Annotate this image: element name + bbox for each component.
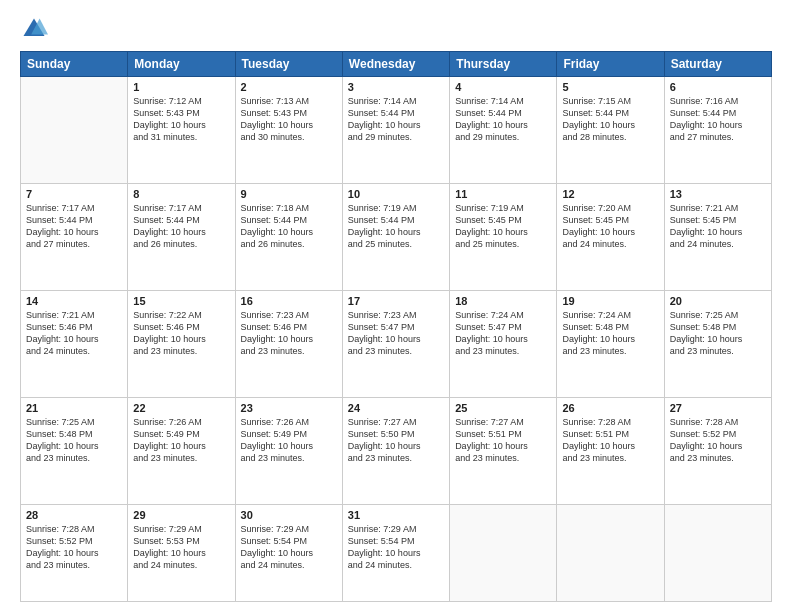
day-number: 31	[348, 509, 444, 521]
day-info: Sunrise: 7:24 AMSunset: 5:47 PMDaylight:…	[455, 309, 551, 358]
page: SundayMondayTuesdayWednesdayThursdayFrid…	[0, 0, 792, 612]
weekday-header: Thursday	[450, 52, 557, 77]
day-info: Sunrise: 7:14 AMSunset: 5:44 PMDaylight:…	[455, 95, 551, 144]
weekday-header: Friday	[557, 52, 664, 77]
calendar-cell: 31Sunrise: 7:29 AMSunset: 5:54 PMDayligh…	[342, 504, 449, 601]
calendar-cell: 8Sunrise: 7:17 AMSunset: 5:44 PMDaylight…	[128, 183, 235, 290]
calendar-cell: 5Sunrise: 7:15 AMSunset: 5:44 PMDaylight…	[557, 77, 664, 184]
calendar-cell	[664, 504, 771, 601]
day-number: 20	[670, 295, 766, 307]
day-number: 27	[670, 402, 766, 414]
calendar-cell: 14Sunrise: 7:21 AMSunset: 5:46 PMDayligh…	[21, 290, 128, 397]
day-number: 9	[241, 188, 337, 200]
weekday-header: Saturday	[664, 52, 771, 77]
day-info: Sunrise: 7:13 AMSunset: 5:43 PMDaylight:…	[241, 95, 337, 144]
day-info: Sunrise: 7:23 AMSunset: 5:46 PMDaylight:…	[241, 309, 337, 358]
day-info: Sunrise: 7:26 AMSunset: 5:49 PMDaylight:…	[133, 416, 229, 465]
calendar-cell: 26Sunrise: 7:28 AMSunset: 5:51 PMDayligh…	[557, 397, 664, 504]
calendar-cell: 1Sunrise: 7:12 AMSunset: 5:43 PMDaylight…	[128, 77, 235, 184]
day-number: 21	[26, 402, 122, 414]
day-info: Sunrise: 7:20 AMSunset: 5:45 PMDaylight:…	[562, 202, 658, 251]
calendar-cell: 10Sunrise: 7:19 AMSunset: 5:44 PMDayligh…	[342, 183, 449, 290]
day-number: 5	[562, 81, 658, 93]
day-info: Sunrise: 7:27 AMSunset: 5:51 PMDaylight:…	[455, 416, 551, 465]
day-number: 6	[670, 81, 766, 93]
day-info: Sunrise: 7:25 AMSunset: 5:48 PMDaylight:…	[670, 309, 766, 358]
logo	[20, 15, 52, 43]
day-info: Sunrise: 7:29 AMSunset: 5:54 PMDaylight:…	[241, 523, 337, 572]
day-info: Sunrise: 7:22 AMSunset: 5:46 PMDaylight:…	[133, 309, 229, 358]
day-info: Sunrise: 7:19 AMSunset: 5:44 PMDaylight:…	[348, 202, 444, 251]
day-info: Sunrise: 7:25 AMSunset: 5:48 PMDaylight:…	[26, 416, 122, 465]
calendar-cell: 6Sunrise: 7:16 AMSunset: 5:44 PMDaylight…	[664, 77, 771, 184]
day-number: 8	[133, 188, 229, 200]
calendar-cell: 23Sunrise: 7:26 AMSunset: 5:49 PMDayligh…	[235, 397, 342, 504]
weekday-header: Tuesday	[235, 52, 342, 77]
calendar-cell: 16Sunrise: 7:23 AMSunset: 5:46 PMDayligh…	[235, 290, 342, 397]
day-info: Sunrise: 7:29 AMSunset: 5:54 PMDaylight:…	[348, 523, 444, 572]
day-info: Sunrise: 7:18 AMSunset: 5:44 PMDaylight:…	[241, 202, 337, 251]
day-number: 26	[562, 402, 658, 414]
day-number: 4	[455, 81, 551, 93]
day-number: 18	[455, 295, 551, 307]
day-number: 14	[26, 295, 122, 307]
calendar-cell: 13Sunrise: 7:21 AMSunset: 5:45 PMDayligh…	[664, 183, 771, 290]
day-info: Sunrise: 7:21 AMSunset: 5:46 PMDaylight:…	[26, 309, 122, 358]
day-info: Sunrise: 7:24 AMSunset: 5:48 PMDaylight:…	[562, 309, 658, 358]
calendar-cell: 15Sunrise: 7:22 AMSunset: 5:46 PMDayligh…	[128, 290, 235, 397]
day-number: 25	[455, 402, 551, 414]
day-number: 23	[241, 402, 337, 414]
day-info: Sunrise: 7:21 AMSunset: 5:45 PMDaylight:…	[670, 202, 766, 251]
weekday-header: Wednesday	[342, 52, 449, 77]
calendar-cell	[21, 77, 128, 184]
day-number: 22	[133, 402, 229, 414]
header	[20, 15, 772, 43]
calendar-cell: 29Sunrise: 7:29 AMSunset: 5:53 PMDayligh…	[128, 504, 235, 601]
calendar-cell: 21Sunrise: 7:25 AMSunset: 5:48 PMDayligh…	[21, 397, 128, 504]
day-info: Sunrise: 7:27 AMSunset: 5:50 PMDaylight:…	[348, 416, 444, 465]
weekday-header: Monday	[128, 52, 235, 77]
calendar-cell: 3Sunrise: 7:14 AMSunset: 5:44 PMDaylight…	[342, 77, 449, 184]
day-info: Sunrise: 7:28 AMSunset: 5:51 PMDaylight:…	[562, 416, 658, 465]
calendar-cell: 17Sunrise: 7:23 AMSunset: 5:47 PMDayligh…	[342, 290, 449, 397]
day-info: Sunrise: 7:12 AMSunset: 5:43 PMDaylight:…	[133, 95, 229, 144]
day-info: Sunrise: 7:28 AMSunset: 5:52 PMDaylight:…	[670, 416, 766, 465]
calendar-cell: 20Sunrise: 7:25 AMSunset: 5:48 PMDayligh…	[664, 290, 771, 397]
calendar-cell: 2Sunrise: 7:13 AMSunset: 5:43 PMDaylight…	[235, 77, 342, 184]
calendar-cell: 25Sunrise: 7:27 AMSunset: 5:51 PMDayligh…	[450, 397, 557, 504]
day-number: 29	[133, 509, 229, 521]
calendar-cell: 7Sunrise: 7:17 AMSunset: 5:44 PMDaylight…	[21, 183, 128, 290]
calendar-cell: 19Sunrise: 7:24 AMSunset: 5:48 PMDayligh…	[557, 290, 664, 397]
calendar-cell: 27Sunrise: 7:28 AMSunset: 5:52 PMDayligh…	[664, 397, 771, 504]
day-info: Sunrise: 7:19 AMSunset: 5:45 PMDaylight:…	[455, 202, 551, 251]
day-number: 19	[562, 295, 658, 307]
calendar-cell: 12Sunrise: 7:20 AMSunset: 5:45 PMDayligh…	[557, 183, 664, 290]
logo-icon	[20, 15, 48, 43]
day-info: Sunrise: 7:14 AMSunset: 5:44 PMDaylight:…	[348, 95, 444, 144]
day-number: 30	[241, 509, 337, 521]
calendar-table: SundayMondayTuesdayWednesdayThursdayFrid…	[20, 51, 772, 602]
weekday-header: Sunday	[21, 52, 128, 77]
day-number: 11	[455, 188, 551, 200]
day-info: Sunrise: 7:29 AMSunset: 5:53 PMDaylight:…	[133, 523, 229, 572]
day-number: 3	[348, 81, 444, 93]
day-number: 10	[348, 188, 444, 200]
calendar-cell: 4Sunrise: 7:14 AMSunset: 5:44 PMDaylight…	[450, 77, 557, 184]
calendar-cell: 18Sunrise: 7:24 AMSunset: 5:47 PMDayligh…	[450, 290, 557, 397]
calendar-cell: 9Sunrise: 7:18 AMSunset: 5:44 PMDaylight…	[235, 183, 342, 290]
day-info: Sunrise: 7:16 AMSunset: 5:44 PMDaylight:…	[670, 95, 766, 144]
day-number: 17	[348, 295, 444, 307]
day-info: Sunrise: 7:28 AMSunset: 5:52 PMDaylight:…	[26, 523, 122, 572]
day-number: 24	[348, 402, 444, 414]
calendar-cell: 24Sunrise: 7:27 AMSunset: 5:50 PMDayligh…	[342, 397, 449, 504]
day-info: Sunrise: 7:17 AMSunset: 5:44 PMDaylight:…	[133, 202, 229, 251]
day-number: 15	[133, 295, 229, 307]
day-number: 1	[133, 81, 229, 93]
day-number: 13	[670, 188, 766, 200]
calendar-cell	[450, 504, 557, 601]
calendar-cell: 28Sunrise: 7:28 AMSunset: 5:52 PMDayligh…	[21, 504, 128, 601]
calendar-cell: 30Sunrise: 7:29 AMSunset: 5:54 PMDayligh…	[235, 504, 342, 601]
day-info: Sunrise: 7:17 AMSunset: 5:44 PMDaylight:…	[26, 202, 122, 251]
calendar-cell: 22Sunrise: 7:26 AMSunset: 5:49 PMDayligh…	[128, 397, 235, 504]
calendar-cell	[557, 504, 664, 601]
